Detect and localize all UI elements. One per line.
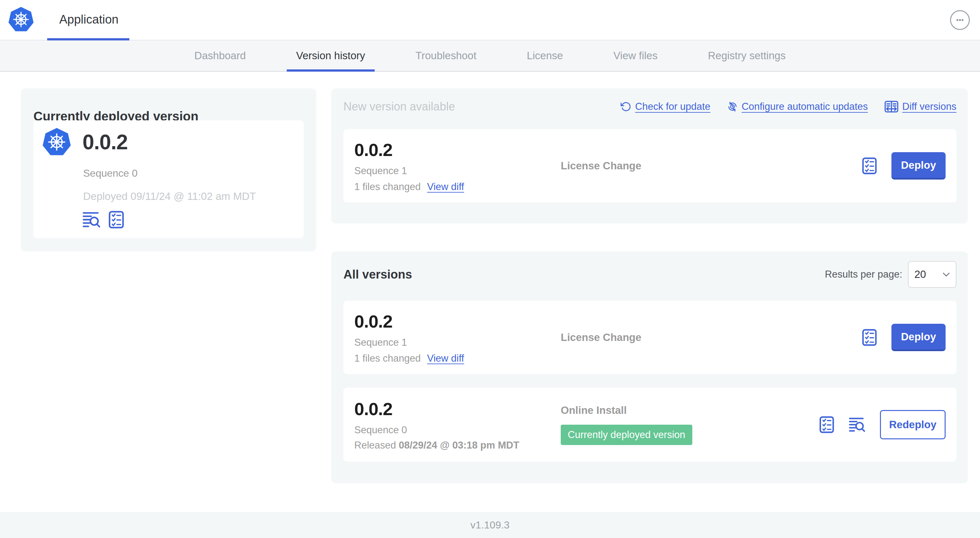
check-for-update-link[interactable]: Check for update (620, 101, 711, 113)
app-footer: v1.109.3 (0, 512, 980, 538)
preflight-checks-icon[interactable] (819, 416, 834, 433)
view-logs-icon[interactable] (83, 212, 100, 228)
row-version-number: 0.0.2 (354, 311, 561, 332)
configure-automatic-updates-label: Configure automatic updates (742, 101, 868, 113)
files-changed-label: 1 files changed (354, 353, 421, 364)
deployed-timestamp: Deployed 09/11/24 @ 11:02 am MDT (83, 190, 256, 203)
tab-troubleshoot[interactable]: Troubleshoot (414, 40, 477, 71)
results-per-page-value: 20 (914, 268, 926, 281)
redeploy-button[interactable]: Redeploy (880, 410, 946, 439)
preflight-checks-icon[interactable] (862, 329, 877, 346)
currently-deployed-version-card: 0.0.2 Sequence 0 Deployed 09/11/24 @ 11:… (33, 120, 304, 238)
kubernetes-logo-icon (8, 6, 34, 33)
chevron-down-icon (942, 272, 950, 277)
tab-bar: Dashboard Version history Troubleshoot L… (0, 40, 980, 71)
deploy-button[interactable]: Deploy (891, 152, 946, 179)
tab-label: Version history (296, 50, 365, 62)
deployed-version-number: 0.0.2 (83, 130, 128, 154)
all-versions-card: All versions Results per page: 20 0.0.2 … (331, 251, 968, 483)
schedule-update-icon (727, 101, 738, 112)
row-source-label: Online Install (561, 404, 819, 416)
tab-label: Dashboard (194, 50, 246, 62)
results-per-page-label: Results per page: (825, 269, 902, 280)
new-version-title: New version available (344, 100, 455, 113)
app-title: Application (59, 13, 119, 26)
tab-label: Registry settings (708, 50, 786, 62)
preflight-checks-icon[interactable] (109, 211, 124, 229)
tab-label: License (527, 50, 563, 62)
deploy-button[interactable]: Deploy (891, 324, 946, 351)
diff-versions-label: Diff versions (902, 101, 956, 113)
row-source-label: License Change (561, 332, 862, 343)
released-timestamp: 08/29/24 @ 03:18 pm MDT (399, 440, 519, 451)
app-title-active-indicator (47, 38, 129, 40)
currently-deployed-badge: Currently deployed version (561, 425, 692, 445)
kubernetes-app-icon (42, 127, 72, 157)
view-logs-icon[interactable] (849, 417, 865, 432)
more-options-button[interactable] (950, 10, 970, 30)
tab-license[interactable]: License (525, 40, 564, 71)
tab-label: View files (613, 50, 657, 62)
tab-dashboard[interactable]: Dashboard (193, 40, 247, 71)
refresh-icon (620, 101, 632, 112)
row-sequence: Sequence 0 (354, 424, 561, 436)
deployed-sequence: Sequence 0 (83, 167, 138, 179)
row-version-number: 0.0.2 (354, 140, 561, 160)
view-diff-link[interactable]: View diff (427, 353, 464, 364)
active-tab-indicator (287, 70, 375, 71)
row-sequence: Sequence 1 (354, 337, 561, 348)
currently-deployed-card: Currently deployed version 0.0.2 Sequenc… (21, 89, 317, 251)
row-version-number: 0.0.2 (354, 398, 561, 419)
tab-registry-settings[interactable]: Registry settings (706, 40, 787, 71)
check-for-update-label: Check for update (635, 101, 711, 113)
results-per-page-select[interactable]: 20 (908, 261, 956, 288)
ellipsis-icon (953, 14, 966, 26)
new-version-row: 0.0.2 Sequence 1 1 files changed View di… (344, 129, 956, 203)
view-diff-link[interactable]: View diff (427, 181, 464, 193)
console-version: v1.109.3 (471, 519, 510, 531)
new-version-card: New version available Check for update (331, 89, 968, 224)
diff-versions-link[interactable]: Diff versions (885, 101, 956, 113)
tab-view-files[interactable]: View files (612, 40, 659, 71)
files-changed-label: 1 files changed (354, 181, 421, 193)
version-row: 0.0.2 Sequence 0 Released 08/29/24 @ 03:… (344, 388, 956, 462)
version-row: 0.0.2 Sequence 1 1 files changed View di… (344, 301, 956, 374)
row-source-label: License Change (561, 160, 862, 172)
preflight-checks-icon[interactable] (862, 157, 877, 175)
diff-icon (885, 101, 899, 113)
tab-version-history[interactable]: Version history (295, 40, 366, 71)
configure-automatic-updates-link[interactable]: Configure automatic updates (727, 101, 868, 113)
all-versions-title: All versions (344, 268, 412, 281)
row-sequence: Sequence 1 (354, 165, 561, 177)
app-header: Application (0, 0, 980, 40)
tab-label: Troubleshoot (415, 50, 476, 62)
released-prefix: Released (354, 440, 399, 451)
